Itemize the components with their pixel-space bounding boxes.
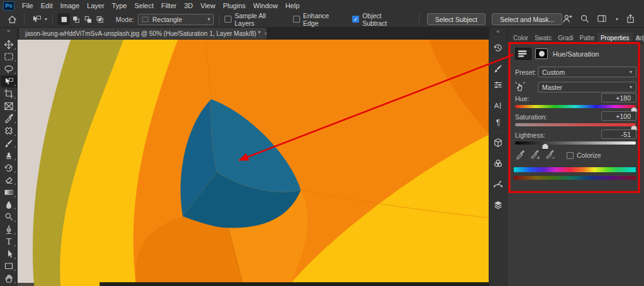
preset-dropdown[interactable]: Custom▾ xyxy=(538,67,636,77)
properties-panel xyxy=(508,44,644,286)
new-selection-icon[interactable] xyxy=(58,13,70,25)
layers-panel-icon[interactable] xyxy=(490,197,506,213)
eyedropper-add-icon[interactable] xyxy=(530,150,540,161)
menu-item-edit[interactable]: Edit xyxy=(37,2,57,9)
checkbox-sample-all-layers[interactable]: Sample All Layers xyxy=(225,12,284,27)
eyedropper-icon[interactable] xyxy=(515,150,525,161)
checkbox-object-subtract[interactable]: ✓Object Subtract xyxy=(352,12,405,27)
intersect-selection-icon[interactable] xyxy=(94,13,106,25)
button-select-and-mask-[interactable]: Select and Mask... xyxy=(492,13,562,25)
tab-swatc[interactable]: Swatc xyxy=(531,33,555,44)
canvas-viewport[interactable] xyxy=(18,39,489,286)
menu-item-plugins[interactable]: Plugins xyxy=(219,2,249,9)
panel-group-grip[interactable]: ····· xyxy=(492,172,504,176)
blur-tool[interactable] xyxy=(1,199,17,211)
type-tool[interactable]: T xyxy=(1,236,17,248)
menu-item-help[interactable]: Help xyxy=(282,2,304,9)
tool-list: T xyxy=(1,38,17,285)
eraser-tool[interactable] xyxy=(1,174,17,187)
hue-value[interactable]: +180 xyxy=(601,93,636,102)
lasso-tool[interactable] xyxy=(1,63,17,75)
rectangular-marquee-tool[interactable] xyxy=(1,51,17,63)
path-selection-tool[interactable] xyxy=(1,248,17,260)
menu-item-select[interactable]: Select xyxy=(131,2,158,9)
adjustment-title: Hue/Saturation xyxy=(553,50,599,58)
panel-group-grip[interactable]: ····· xyxy=(492,56,504,60)
mode-label: Mode: xyxy=(116,16,134,23)
crop-tool[interactable] xyxy=(1,87,17,100)
menu-item-window[interactable]: Window xyxy=(250,2,282,9)
tool-preset-chevron-icon[interactable]: ▾ xyxy=(45,16,47,22)
menu-item-view[interactable]: View xyxy=(197,2,219,9)
brush-panel-icon[interactable] xyxy=(490,60,506,77)
saturation-value[interactable]: +100 xyxy=(601,111,636,121)
account-icon[interactable] xyxy=(562,14,572,25)
button-select-subject[interactable]: Select Subject xyxy=(427,13,486,25)
menu-item-type[interactable]: Type xyxy=(108,2,131,9)
mode-dropdown[interactable]: Rectangle ▾ xyxy=(138,14,214,25)
document-tab[interactable]: jason-leung-wHddViTmSvA-unsplash.jpg @ 5… xyxy=(19,28,267,39)
history-panel-icon[interactable] xyxy=(490,40,506,56)
layer-mask-thumbnail[interactable] xyxy=(535,48,548,59)
panel-group-grip[interactable]: ····· xyxy=(492,151,504,155)
lightness-value[interactable]: -51 xyxy=(601,129,636,139)
tab-patte[interactable]: Patte xyxy=(577,33,597,44)
menu-item-filter[interactable]: Filter xyxy=(157,2,180,9)
channel-row: Master▾ xyxy=(508,82,644,93)
colorize-checkbox[interactable]: Colorize xyxy=(567,151,601,159)
history-brush-tool[interactable] xyxy=(1,162,17,174)
current-tool-icon[interactable] xyxy=(30,13,43,26)
frame-tool[interactable] xyxy=(1,100,17,113)
hue-spectrum-adjusted xyxy=(514,167,636,172)
brush-settings-panel-icon[interactable] xyxy=(490,77,506,93)
panel-group-grip[interactable]: ····· xyxy=(492,130,504,135)
channel-dropdown[interactable]: Master▾ xyxy=(538,82,636,92)
lightness-label: Lightness: xyxy=(515,131,545,139)
menu-item-file[interactable]: File xyxy=(18,2,37,9)
svg-text:T: T xyxy=(6,237,11,246)
panel-group-grip[interactable]: ····· xyxy=(492,93,504,97)
gradient-tool[interactable] xyxy=(1,186,17,199)
targeted-adjustment-icon[interactable] xyxy=(515,82,525,93)
character-panel-icon[interactable]: A xyxy=(490,97,506,114)
tab-color[interactable]: Color xyxy=(510,33,531,44)
workspace-chevron-icon[interactable]: ▾ xyxy=(616,16,618,22)
tab-gradi[interactable]: Gradi xyxy=(555,33,576,44)
lightness-slider[interactable] xyxy=(515,141,636,150)
share-icon[interactable] xyxy=(626,14,635,25)
hand-tool[interactable] xyxy=(1,272,17,285)
eyedropper-tool[interactable] xyxy=(1,113,17,125)
clone-stamp-tool[interactable] xyxy=(1,149,17,162)
anchor-path-panel-icon[interactable] xyxy=(490,176,506,192)
spot-healing-tool[interactable] xyxy=(1,124,17,137)
tab-properties[interactable]: Properties xyxy=(597,33,633,44)
menu-item-image[interactable]: Image xyxy=(57,2,84,9)
3d-panel-icon[interactable] xyxy=(490,135,506,151)
move-tool[interactable] xyxy=(1,38,17,51)
panel-group-grip[interactable]: ····· xyxy=(492,192,504,197)
menu-item-3d[interactable]: 3D xyxy=(180,2,197,9)
brush-tool[interactable] xyxy=(1,137,17,150)
preset-value: Custom xyxy=(542,69,565,76)
object-selection-tool[interactable] xyxy=(1,75,17,88)
workspace-icon[interactable] xyxy=(597,14,607,25)
panel-menu-icon[interactable]: ≡ xyxy=(636,35,640,41)
subtract-selection-icon[interactable] xyxy=(82,13,94,25)
home-icon[interactable] xyxy=(5,13,19,26)
pen-tool[interactable] xyxy=(1,223,17,236)
toolbar-grip[interactable]: ····· xyxy=(3,34,14,38)
close-tab-icon[interactable]: × xyxy=(264,30,267,37)
panel-group-grip[interactable]: ····· xyxy=(492,35,504,40)
color-harmony-panel-icon[interactable] xyxy=(490,155,506,172)
search-icon[interactable] xyxy=(580,14,589,25)
eyedropper-subtract-icon[interactable] xyxy=(545,150,555,161)
hue-saturation-adjustment-icon[interactable] xyxy=(515,48,531,60)
dodge-tool[interactable] xyxy=(1,211,17,223)
add-selection-icon[interactable] xyxy=(70,13,82,25)
paragraph-panel-icon[interactable]: ¶ xyxy=(490,114,506,130)
rectangle-tool[interactable] xyxy=(1,260,17,273)
photoshop-window: Ps FileEditImageLayerTypeSelectFilter3DV… xyxy=(0,0,644,286)
menu-item-layer[interactable]: Layer xyxy=(83,2,108,9)
options-bar: ▾ Mode: Rectangle ▾ Sample All Layers En… xyxy=(0,11,644,28)
checkbox-enhance-edge[interactable]: Enhance Edge xyxy=(293,12,343,27)
